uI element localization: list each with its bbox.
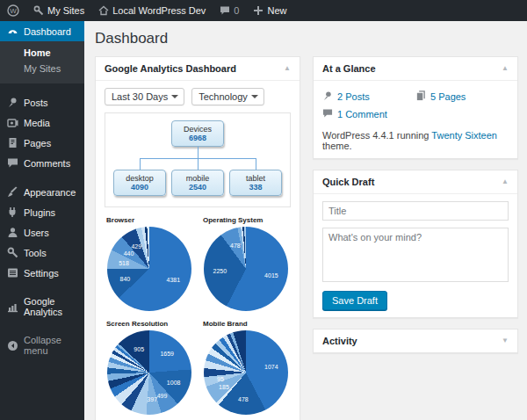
collapse-toggle-icon[interactable]: ▲ [502,178,509,185]
sidebar-subitem-home[interactable]: Home [0,45,84,61]
tree-node-devices: Devices 6968 [171,120,224,147]
pie-chart-browser: Browser 4381840518440429 [105,216,194,311]
sidebar-item-google-analytics[interactable]: Google Analytics [0,292,84,322]
site-name-label: Local WordPress Dev [112,5,206,16]
pie-chart-screen-resolution: Screen Resolution 16591008499397905 [105,320,194,415]
tree-node-tablet: tablet 338 [229,170,282,196]
wordpress-logo-icon: W [7,4,19,17]
widget-title: Activity [322,336,357,346]
paintbrush-icon [7,186,18,198]
pie-slice-value: 429 [131,243,141,250]
user-icon [7,227,18,238]
node-value: 6968 [177,134,218,142]
sidebar-item-comments[interactable]: Comments [0,153,84,173]
comments-count-label: 1 Comment [337,109,387,119]
sidebar-item-label: Pages [24,138,51,148]
sidebar-item-label: Media [24,118,50,128]
sidebar-item-label: Settings [24,268,59,279]
pushpin-icon [322,91,333,103]
category-select[interactable]: Technology [191,88,264,105]
home-icon [98,5,109,16]
chart-title: Mobile Brand [203,320,291,328]
sidebar-item-label: Users [24,228,49,238]
pushpin-icon [7,97,18,108]
pages-count-label: 5 Pages [430,91,466,102]
sidebar-item-label: Dashboard [24,26,71,37]
google-analytics-widget: Google Analytics Dashboard ▲ Last 30 Day… [95,56,300,420]
wrench-icon [33,5,44,16]
pie-chart-operating-system: Operating System 40152250478 [201,216,291,311]
glance-comments-link[interactable]: 1 Comment [322,105,415,123]
sidebar-item-tools[interactable]: Tools [0,243,84,263]
dashboard-column-left: Google Analytics Dashboard ▲ Last 30 Day… [95,56,300,420]
sidebar-item-pages[interactable]: Pages [0,133,84,153]
my-sites-menu[interactable]: My Sites [26,0,91,21]
sidebar-item-label: Plugins [24,207,55,218]
site-name-menu[interactable]: Local WordPress Dev [91,0,213,21]
sidebar-item-label: Tools [24,248,47,258]
comment-bubble-icon [7,157,18,169]
pie-charts-grid: Browser 4381840518440429 Operating Syste… [105,216,291,415]
settings-sliders-icon [7,267,18,279]
document-icon [7,137,18,148]
sidebar-item-collapse-menu[interactable]: Collapse menu [0,330,84,360]
sidebar-item-users[interactable]: Users [0,222,84,243]
pie-slice-value: 95 [217,375,224,381]
sidebar-item-label: Collapse menu [24,335,77,356]
pie-slice-value: 4381 [167,276,181,282]
my-sites-label: My Sites [47,5,84,16]
pie-slice-value: 840 [120,276,131,282]
sidebar-subitem-my-sites[interactable]: My Sites [0,61,84,76]
mobile-brand-pie: 107447818595 [204,330,288,415]
comments-menu[interactable]: 0 [213,0,246,21]
activity-widget: Activity ▼ [313,329,518,353]
period-select[interactable]: Last 30 Days [105,88,184,105]
theme-link[interactable]: Twenty Sixteen [431,130,497,141]
svg-text:W: W [10,7,17,15]
sidebar-item-plugins[interactable]: Plugins [0,202,84,222]
plus-icon [253,5,264,16]
glance-pages-link[interactable]: 5 Pages [415,88,509,105]
sidebar-item-label: Google Analytics [24,296,77,317]
pie-slice-value: 1074 [264,363,278,369]
save-draft-button[interactable]: Save Draft [322,291,387,310]
sidebar-item-media[interactable]: Media [0,112,84,133]
pie-slice-value: 478 [238,395,249,402]
sidebar-item-label: Posts [24,98,48,108]
draft-title-input[interactable] [322,201,509,221]
glance-posts-link[interactable]: 2 Posts [322,88,415,105]
at-a-glance-widget: At a Glance ▲ 2 Posts [313,56,518,159]
pie-chart-mobile-brand: Mobile Brand 107447818595 [201,320,291,415]
node-label: mobile [177,174,218,183]
pie-slice-value: 478 [230,242,241,248]
collapse-toggle-icon[interactable]: ▲ [502,65,509,72]
new-content-menu[interactable]: New [246,0,293,21]
pie-slice-value: 518 [119,260,129,266]
devices-tree-chart: Devices 6968 desktop [105,112,291,207]
chart-title: Screen Resolution [106,320,194,328]
wrench-icon [7,247,18,258]
page-title: Dashboard [95,30,518,47]
widget-title: At a Glance [322,63,376,74]
collapse-arrow-icon [7,340,18,351]
new-label: New [267,5,286,16]
browser-pie: 4381840518440429 [107,227,191,311]
draft-content-textarea[interactable] [322,228,509,282]
node-value: 4090 [119,183,160,192]
dashboard-submenu: Home My Sites [0,41,84,83]
collapse-toggle-icon[interactable]: ▲ [284,65,291,72]
chart-title: Operating System [203,216,291,224]
comment-bubble-icon [220,5,230,16]
sidebar-item-posts[interactable]: Posts [0,92,84,112]
posts-count-label: 2 Posts [337,91,370,102]
sidebar-item-settings[interactable]: Settings [0,263,84,283]
pie-slice-value: 440 [124,250,134,256]
google-analytics-widget-header: Google Analytics Dashboard ▲ [96,57,300,81]
wordpress-logo-menu[interactable]: W [0,0,26,21]
pages-icon [415,91,426,103]
expand-toggle-icon[interactable]: ▼ [502,337,509,344]
node-value: 338 [235,183,276,192]
screen-resolution-pie: 16591008499397905 [107,330,191,415]
sidebar-item-dashboard[interactable]: Dashboard [0,21,84,41]
sidebar-item-appearance[interactable]: Appearance [0,182,84,202]
